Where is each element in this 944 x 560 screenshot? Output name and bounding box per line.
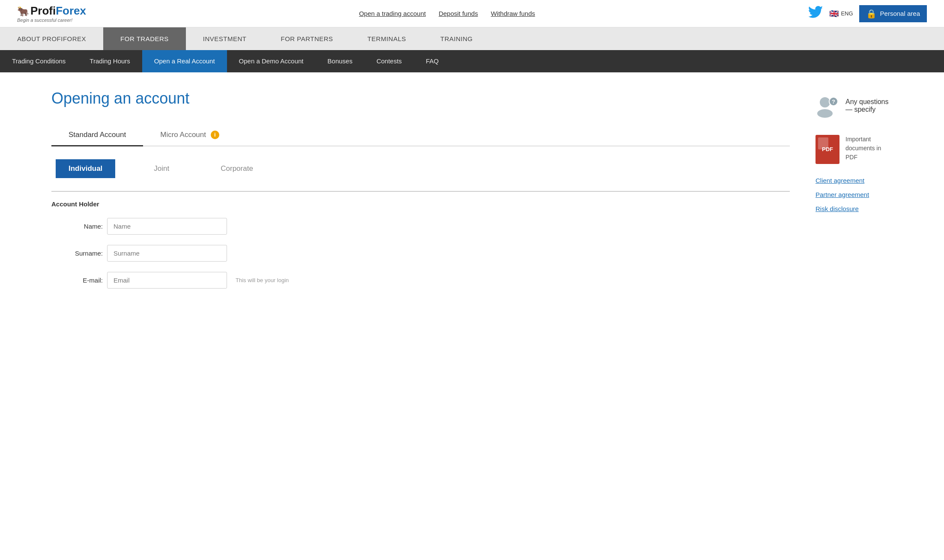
micro-account-info-icon[interactable]: i: [211, 131, 219, 139]
deposit-funds-link[interactable]: Deposit funds: [439, 10, 478, 17]
top-bar: 🐂ProfiForex Begin a successful career! O…: [0, 0, 944, 27]
svg-point-0: [820, 97, 830, 107]
tab-standard-account[interactable]: Standard Account: [51, 125, 143, 147]
email-input[interactable]: [107, 272, 227, 289]
pdf-description: Important documents in PDF: [845, 135, 881, 162]
flag-icon: 🇬🇧: [829, 9, 839, 18]
risk-disclosure-link[interactable]: Risk disclosure: [816, 205, 927, 212]
subnav-bonuses[interactable]: Bonuses: [316, 50, 364, 72]
pdf-icon: PDF: [816, 135, 839, 164]
sidebar: ? Any questions — specify PDF Important …: [816, 89, 927, 299]
main-nav: ABOUT PROFIFOREX FOR TRADERS INVESTMENT …: [0, 27, 944, 50]
question-person-icon: ?: [816, 94, 839, 118]
form-section: Account Holder Name: Surname: E-mail: Th…: [51, 191, 790, 289]
subnav-faq[interactable]: FAQ: [414, 50, 451, 72]
subnav-open-demo-account[interactable]: Open a Demo Account: [227, 50, 316, 72]
lang-code: ENG: [841, 10, 853, 17]
email-hint: This will be your login: [236, 277, 289, 283]
surname-input[interactable]: [107, 245, 227, 262]
surname-label: Surname:: [51, 250, 103, 257]
email-label: E-mail:: [51, 277, 103, 284]
client-agreement-link[interactable]: Client agreement: [816, 177, 927, 184]
subnav-open-real-account[interactable]: Open a Real Account: [142, 50, 227, 72]
personal-area-button[interactable]: 🔒 Personal area: [859, 5, 927, 22]
pdf-box: PDF Important documents in PDF: [816, 135, 927, 164]
corporate-button[interactable]: Corporate: [208, 159, 266, 178]
questions-text: Any questions — specify: [845, 98, 889, 113]
name-label: Name:: [51, 223, 103, 230]
account-tabs: Standard Account Micro Account i: [51, 125, 790, 147]
questions-box: ? Any questions — specify: [816, 94, 927, 118]
language-selector[interactable]: 🇬🇧 ENG: [829, 9, 853, 18]
subnav-trading-conditions[interactable]: Trading Conditions: [0, 50, 78, 72]
withdraw-funds-link[interactable]: Withdraw funds: [491, 10, 535, 17]
nav-for-traders[interactable]: FOR TRADERS: [103, 27, 186, 50]
content-area: Opening an account Standard Account Micr…: [0, 72, 944, 316]
nav-training[interactable]: TRAINING: [423, 27, 490, 50]
personal-area-label: Personal area: [880, 10, 920, 17]
joint-button[interactable]: Joint: [141, 159, 182, 178]
page-title: Opening an account: [51, 89, 790, 107]
surname-row: Surname:: [51, 245, 790, 262]
svg-text:?: ?: [832, 98, 835, 105]
nav-for-partners[interactable]: FOR PARTNERS: [264, 27, 350, 50]
main-content: Opening an account Standard Account Micr…: [51, 89, 790, 299]
specify-link[interactable]: specify: [854, 106, 875, 113]
svg-point-1: [817, 109, 833, 118]
nav-investment[interactable]: INVESTMENT: [186, 27, 264, 50]
doc-links: Client agreement Partner agreement Risk …: [816, 177, 927, 212]
open-trading-account-link[interactable]: Open a trading account: [359, 10, 426, 17]
sub-nav: Trading Conditions Trading Hours Open a …: [0, 50, 944, 72]
subnav-contests[interactable]: Contests: [364, 50, 414, 72]
partner-agreement-link[interactable]: Partner agreement: [816, 191, 927, 198]
name-input[interactable]: [107, 218, 227, 235]
email-row: E-mail: This will be your login: [51, 272, 790, 289]
section-label: Account Holder: [51, 200, 790, 208]
top-right: 🇬🇧 ENG 🔒 Personal area: [808, 5, 927, 22]
name-row: Name:: [51, 218, 790, 235]
subnav-trading-hours[interactable]: Trading Hours: [78, 50, 142, 72]
top-links: Open a trading account Deposit funds Wit…: [99, 10, 795, 17]
lock-icon: 🔒: [866, 9, 877, 19]
bull-icon: 🐂: [17, 6, 29, 17]
nav-terminals[interactable]: TERMINALS: [350, 27, 423, 50]
tab-micro-account[interactable]: Micro Account i: [143, 125, 236, 147]
nav-about[interactable]: ABOUT PROFIFOREX: [0, 27, 103, 50]
account-type-buttons: Individual Joint Corporate: [51, 159, 790, 178]
twitter-icon[interactable]: [808, 6, 823, 21]
logo[interactable]: 🐂ProfiForex Begin a successful career!: [17, 4, 86, 23]
individual-button[interactable]: Individual: [56, 159, 115, 178]
logo-tagline: Begin a successful career!: [17, 18, 72, 23]
